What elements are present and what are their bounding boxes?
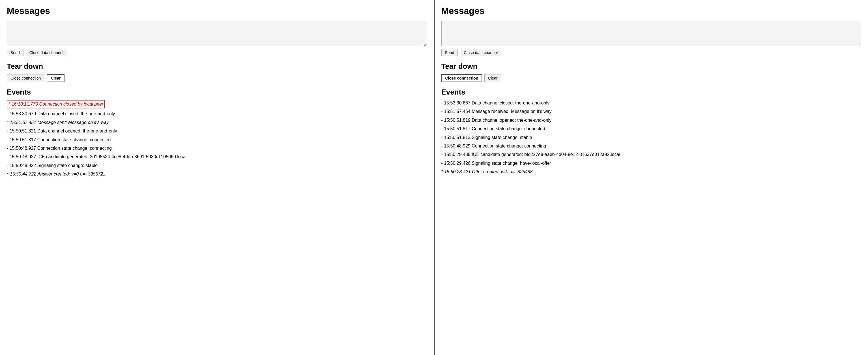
list-item: - 15:50:51.817 Connection state change: … [7, 137, 427, 143]
list-item: - 15:50:51.819 Data channel opened: the-… [441, 117, 862, 123]
list-item: - 15:50:29.435 ICE candidate generated: … [441, 151, 862, 158]
list-item: - 15:50:51.817 Connection state change: … [441, 126, 862, 132]
event-list-right: - 15:53:30.667 Data channel closed: the-… [441, 100, 862, 175]
close-connection-button-right[interactable]: Close connection [441, 74, 483, 82]
panel-right-title: Messages [441, 6, 862, 16]
list-item: - 15:53:30.667 Data channel closed: the-… [441, 100, 862, 106]
message-buttons-left: Send Close data channel [7, 49, 427, 56]
list-item: - 15:50:51.813 Signaling state change: s… [441, 135, 862, 141]
message-input-right[interactable] [441, 21, 862, 46]
panel-left: Messages Send Close data channel Tear do… [0, 0, 435, 355]
send-button-left[interactable]: Send [7, 49, 24, 56]
list-item: - 15:50:48.929 Connection state change: … [441, 143, 862, 149]
teardown-title-right: Tear down [441, 62, 862, 71]
list-item: - 15:50:48.927 Connection state change: … [7, 145, 427, 151]
clear-button-left[interactable]: Clear [47, 74, 64, 82]
list-item: - 15:50:48.927 ICE candidate generated: … [7, 154, 427, 160]
list-item: - 15:51:57.454 Message received: Message… [441, 109, 862, 115]
list-item: - 15:53:30.670 Data channel closed: the-… [7, 111, 427, 117]
list-item: - 15:50:48.922 Signaling state change: s… [7, 162, 427, 169]
teardown-buttons-right: Close connection Clear [441, 74, 862, 82]
event-list-left: * 16:10:11.770 Connection closed by loca… [7, 100, 427, 177]
list-item: * 15:50:28.421 Offer created: v=0 o=- 82… [441, 169, 862, 175]
message-input-left[interactable] [7, 21, 427, 46]
panel-right: Messages Send Close data channel Tear do… [435, 0, 868, 355]
list-item: - 15:50:29.426 Signaling state change: h… [441, 160, 862, 167]
events-title-left: Events [7, 88, 427, 96]
message-buttons-right: Send Close data channel [441, 49, 862, 56]
events-title-right: Events [441, 88, 862, 96]
close-channel-button-left[interactable]: Close data channel [26, 49, 67, 56]
close-channel-button-right[interactable]: Close data channel [460, 49, 501, 56]
list-item: * 15:50:44.722 Answer created: v=0 o=- 3… [7, 171, 427, 177]
teardown-buttons-left: Close connection Clear [7, 74, 427, 82]
panel-left-title: Messages [7, 6, 427, 16]
send-button-right[interactable]: Send [441, 49, 458, 56]
clear-button-right[interactable]: Clear [484, 74, 501, 82]
list-item: * 16:10:11.770 Connection closed by loca… [7, 100, 105, 109]
list-item: * 15:51:57.451 Message sent: Message on … [7, 119, 427, 126]
close-connection-button-left[interactable]: Close connection [7, 74, 44, 82]
teardown-title-left: Tear down [7, 62, 427, 71]
list-item: - 15:50:51.821 Data channel opened: the-… [7, 128, 427, 134]
